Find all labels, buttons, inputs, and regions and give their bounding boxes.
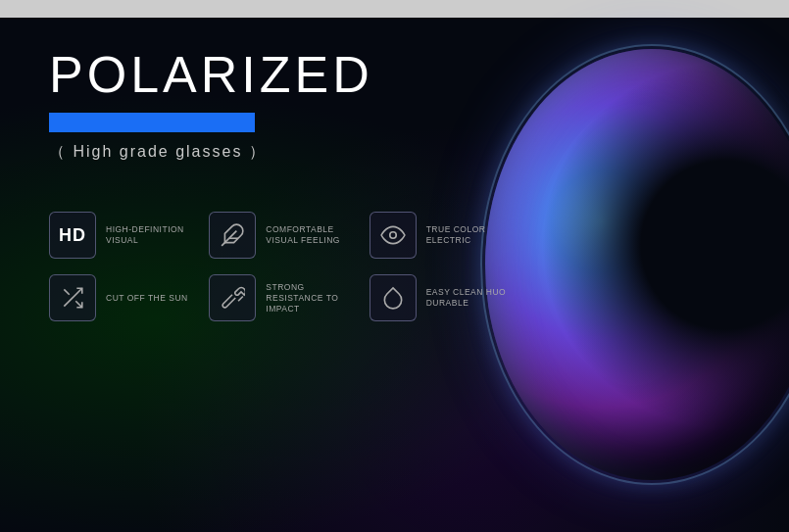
svg-point-2 [389,232,396,239]
feature-label-strong: STRONG RESISTANCE TO IMPACT [266,282,359,314]
features-grid: HD HIGH-DEFINITION VISUAL COMFORTABLE VI… [49,212,519,321]
main-content: POLARIZED （ High grade glasses ） HD HIGH… [0,18,490,351]
feature-label-comfortable: COMFORTABLE VISUAL FEELING [266,224,359,246]
hammer-icon-box [209,274,256,321]
subtitle: （ High grade glasses ） [49,142,441,163]
page-title: POLARIZED [49,47,441,103]
svg-line-4 [75,301,82,308]
feature-cut-off: CUT OFF THE SUN [49,274,199,321]
drop-icon [380,285,406,311]
shuffle-icon [60,285,85,311]
page-wrapper: POLARIZED （ High grade glasses ） HD HIGH… [0,0,789,532]
drop-icon-box [370,274,417,321]
feature-hd-visual: HD HIGH-DEFINITION VISUAL [49,212,199,259]
eye-icon-box [370,212,417,259]
feature-comfortable: COMFORTABLE VISUAL FEELING [209,212,359,259]
feature-strong-resistance: STRONG RESISTANCE TO IMPACT [209,274,359,321]
feature-label-cut-off: CUT OFF THE SUN [106,293,188,304]
svg-line-5 [64,290,69,295]
feature-label-true-color: TRUE COLOR ELECTRIC [426,224,519,246]
hammer-icon [220,285,245,311]
feature-true-color: TRUE COLOR ELECTRIC [370,212,519,259]
hd-icon-box: HD [49,212,96,259]
orb-ring [480,44,789,485]
feature-label-hd: HIGH-DEFINITION VISUAL [106,224,199,246]
hd-text-icon: HD [59,225,86,246]
eye-icon [380,222,406,248]
feather-icon [220,222,245,248]
feature-easy-clean: EASY CLEAN HUO DURABLE [370,274,519,321]
top-bar [0,0,789,18]
blue-accent-bar [49,113,255,132]
shuffle-icon-box [49,274,96,321]
feather-icon-box [209,212,256,259]
feature-label-easy-clean: EASY CLEAN HUO DURABLE [426,287,519,309]
